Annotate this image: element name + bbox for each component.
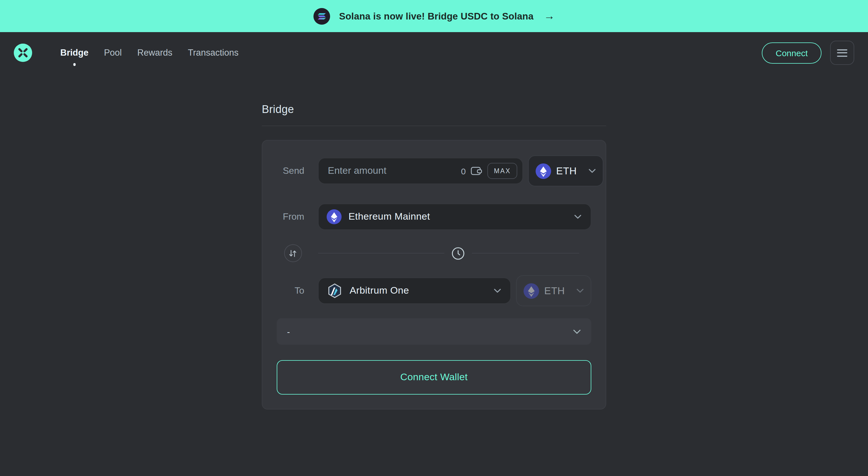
to-label: To [277,285,318,296]
eth-icon [524,283,539,299]
menu-icon[interactable] [830,41,854,65]
promo-banner[interactable]: Solana is now live! Bridge USDC to Solan… [0,0,868,32]
chevron-down-icon [588,169,596,173]
send-row: Send 0 MAX [277,156,591,186]
from-row: From Ethereum Mainnet [277,204,591,230]
arrow-right-icon: → [544,10,555,22]
amount-field: 0 MAX [318,158,523,184]
chevron-down-icon [573,329,581,334]
bridge-page: Bridge Send 0 MAX [262,103,606,409]
swap-direction-icon[interactable] [284,244,302,262]
chevron-down-icon [574,214,582,219]
from-network-select[interactable]: Ethereum Mainnet [318,204,591,230]
chevron-down-icon [494,288,501,293]
to-row: To [277,275,591,306]
clock-icon [451,246,466,261]
connect-button[interactable]: Connect [762,42,822,63]
fees-details-expander[interactable]: - [277,318,591,345]
solana-icon [313,8,330,24]
route-divider-row [277,244,591,262]
active-tab-indicator [73,63,76,66]
title-divider [262,126,606,126]
nav-item-pool[interactable]: Pool [103,46,122,59]
across-logo-icon[interactable] [14,43,32,62]
connect-wallet-button[interactable]: Connect Wallet [277,360,591,395]
amount-input[interactable] [327,165,456,177]
route-line [318,246,591,261]
arbitrum-network-icon [327,283,343,299]
send-label: Send [277,166,318,176]
send-token-select[interactable]: ETH [528,156,603,186]
nav-item-rewards[interactable]: Rewards [136,46,173,59]
wallet-icon [471,166,483,176]
from-network-name: Ethereum Mainnet [348,211,567,223]
header: Bridge Pool Rewards Transactions Connect [0,32,868,73]
chevron-down-icon [577,288,584,293]
bridge-card: Send 0 MAX [262,140,606,409]
ethereum-network-icon [327,209,342,224]
banner-text: Solana is now live! Bridge USDC to Solan… [339,11,534,22]
nav-item-transactions[interactable]: Transactions [187,46,239,59]
token-symbol: ETH [556,165,583,177]
receive-token-select[interactable]: ETH [516,275,591,306]
max-button[interactable]: MAX [488,163,517,179]
to-network-name: Arbitrum One [350,285,487,297]
page-title: Bridge [262,103,606,116]
app-root: Solana is now live! Bridge USDC to Solan… [0,0,868,476]
nav-item-bridge[interactable]: Bridge [60,46,89,59]
token-symbol: ETH [544,285,571,297]
wallet-balance: 0 [461,166,466,176]
to-network-select[interactable]: Arbitrum One [318,278,511,304]
eth-icon [536,163,551,179]
main-nav: Bridge Pool Rewards Transactions [60,46,239,59]
fees-summary-value: - [287,327,290,336]
from-label: From [277,212,318,222]
